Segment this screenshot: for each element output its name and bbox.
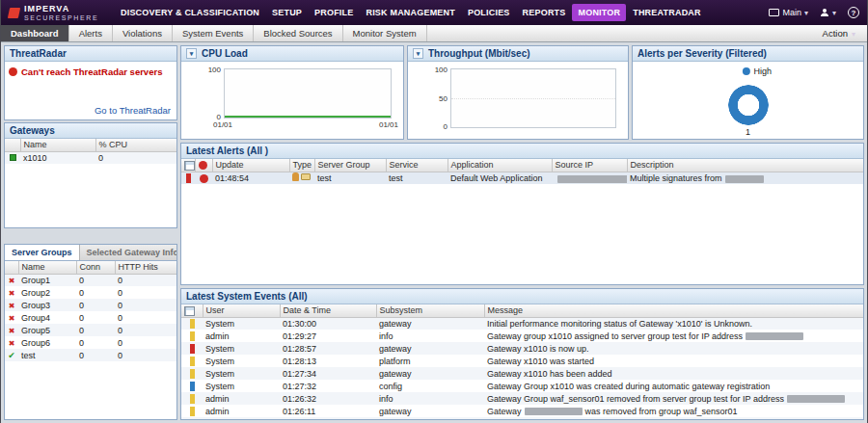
tab-selected-gateway-info[interactable]: Selected Gateway Info [80,245,177,260]
alert-service: test [386,172,448,184]
alerts-application-header[interactable]: Application [448,159,552,172]
system-event-row[interactable]: admin 01:26:32 info Gateway Group waf_se… [181,392,863,405]
server-groups-table-body: Group1 0 0 Group2 0 0 [5,274,176,361]
alert-status-icon [200,174,208,183]
system-event-row[interactable]: admin 01:26:11 gateway Gatewayhas been r… [181,417,863,420]
system-event-row[interactable]: System 01:27:32 config Gateway Group x10… [181,380,863,392]
menu-item[interactable]: DISCOVERY & CLASSIFICATION [115,4,265,21]
sidebar: ThreatRadar Can't reach ThreatRadar serv… [4,45,177,420]
server-group-row[interactable]: Group6 0 0 [5,336,176,349]
events-table-body: System 01:30:00 gateway Initial performa… [181,317,863,420]
menu-item[interactable]: MONITOR [572,4,626,21]
error-icon [9,67,17,76]
event-datetime: 01:28:57 [280,342,376,355]
chart-options-icon[interactable] [413,48,423,59]
threatradar-panel-header: ThreatRadar [5,46,176,62]
server-group-row[interactable]: Group4 0 0 [5,311,176,324]
severity-icon [190,382,195,391]
system-event-row[interactable]: System 01:28:13 platform Gateway x1010 w… [181,355,863,367]
tab[interactable]: Monitor System [343,25,427,41]
system-event-row[interactable]: admin 01:26:11 gateway Gatewaywas remove… [181,405,863,417]
events-user-header[interactable]: User [203,304,280,317]
table-icon [184,161,195,171]
tab[interactable]: Alerts [69,25,113,41]
user-menu[interactable] [820,8,836,17]
system-event-row[interactable]: System 01:27:34 gateway Gateway x1010 ha… [181,367,863,380]
gridline [451,98,615,99]
server-group-row[interactable]: Group3 0 0 [5,299,176,311]
tab-bar: Dashboard Alerts Violations System Event… [1,25,867,42]
menu-item[interactable]: PROFILE [309,4,359,21]
server-group-hits: 0 [115,349,176,361]
tab[interactable]: System Events [173,25,254,41]
sg-name-header[interactable]: Name [18,261,76,274]
server-group-status-icon [9,338,15,348]
imperva-logo-icon [8,8,20,18]
alerts-description-header[interactable]: Description [627,159,863,172]
sg-hits-header[interactable]: HTTP Hits [115,261,176,274]
latest-alerts-panel: Latest Alerts (All ) Update Type Serve [180,143,864,285]
chart-options-icon[interactable] [186,48,197,59]
flag-column-header[interactable] [195,159,212,172]
event-message: Gateway x1010 is now up. [484,342,863,355]
gateways-name-header[interactable]: Name [20,139,95,151]
alerts-severity-panel: Alerts per Severity (Filtered) High 1 [632,45,864,140]
server-group-row[interactable]: test 0 0 [5,349,176,361]
action-menu[interactable]: Action [811,25,867,41]
status-column-header[interactable] [5,261,18,274]
go-to-threatradar-link[interactable]: Go to ThreatRadar [95,105,171,116]
severity-column-header[interactable] [181,159,195,172]
tab-server-groups[interactable]: Server Groups [5,245,80,260]
event-user: System [203,342,280,355]
alert-row[interactable]: 01:48:54 test test Default Web Applicati… [181,172,863,184]
status-column-header[interactable] [5,139,20,151]
server-group-row[interactable]: Group2 0 0 [5,286,176,299]
cpu-series-line [225,116,391,118]
server-groups-table: Name Conn HTTP Hits Group1 0 0 [5,261,176,361]
events-message-header[interactable]: Message [484,304,863,317]
alert-type-icons [292,172,311,181]
tab[interactable]: Dashboard [1,25,69,41]
server-group-hits: 0 [115,274,176,286]
alerts-table-body: 01:48:54 test test Default Web Applicati… [181,172,863,184]
alerts-server-group-header[interactable]: Server Group [314,159,386,172]
menu-item[interactable]: POLICIES [462,4,516,21]
tab[interactable]: Violations [113,25,173,41]
alerts-update-header[interactable]: Update [212,159,289,172]
menu-item[interactable]: RISK MANAGEMENT [360,4,461,21]
redacted-text [725,175,764,183]
server-group-row[interactable]: Group5 0 0 [5,324,176,336]
events-subsystem-header[interactable]: Subsystem [376,304,484,317]
alerts-service-header[interactable]: Service [386,159,448,172]
alerts-severity-title: Alerts per Severity (Filtered) [637,48,767,59]
gateways-panel-header: Gateways [5,123,176,139]
system-events-table: User Date & Time Subsystem Message Syste… [181,304,863,420]
event-user: System [203,317,280,330]
sg-conn-header[interactable]: Conn [76,261,115,274]
severity-column-header[interactable] [181,304,203,317]
gateway-row[interactable]: x1010 0 [5,151,176,164]
help-icon[interactable]: ? [848,7,859,18]
server-group-name: Group4 [18,311,76,324]
system-event-row[interactable]: System 01:28:57 gateway Gateway x1010 is… [181,342,863,355]
events-datetime-header[interactable]: Date & Time [280,304,376,317]
tab[interactable]: Blocked Sources [254,25,342,41]
event-user: System [203,367,280,380]
gateways-cpu-header[interactable]: % CPU [95,139,176,151]
server-group-row[interactable]: Group1 0 0 [5,274,176,286]
system-event-row[interactable]: admin 01:29:27 info Gateway group x1010 … [181,330,863,342]
menu-item[interactable]: SETUP [266,4,308,21]
main-screen-selector[interactable]: Main [769,8,808,17]
alert-description: Multiple signatures from [630,173,722,183]
severity-icon [190,407,195,416]
menu-item[interactable]: REPORTS [517,4,572,21]
server-group-conn: 0 [76,286,115,299]
event-subsystem: gateway [376,417,484,420]
system-event-row[interactable]: System 01:30:00 gateway Initial performa… [181,317,863,330]
alerts-severity-header: Alerts per Severity (Filtered) [633,46,863,62]
event-message: Initial performance monitoring status of… [484,317,863,330]
menu-item[interactable]: THREATRADAR [627,4,707,21]
event-subsystem: config [376,380,484,392]
alerts-source-ip-header[interactable]: Source IP [552,159,627,172]
alerts-type-header[interactable]: Type [289,159,314,172]
